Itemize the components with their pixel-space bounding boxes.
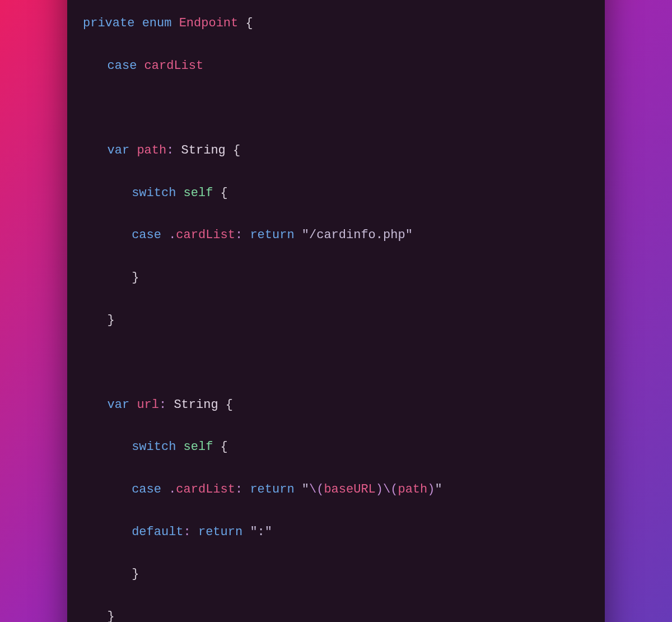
code-content: static let baseURL = "https://db.ygoprod… <box>67 0 605 622</box>
code-line: switch self { <box>83 183 589 204</box>
brace: { <box>226 398 233 412</box>
identifier: path <box>137 143 166 157</box>
enum-case: cardList <box>176 228 235 242</box>
code-line: case .cardList: return "/cardinfo.php" <box>83 225 589 246</box>
code-line: var path: String { <box>83 140 589 161</box>
keyword: switch <box>132 440 176 454</box>
brace: { <box>221 440 228 454</box>
keyword: default <box>132 525 183 539</box>
code-window: static let baseURL = "https://db.ygoprod… <box>67 0 605 622</box>
keyword: enum <box>142 16 172 30</box>
self-keyword: self <box>184 440 213 454</box>
code-line: private enum Endpoint { <box>83 13 589 34</box>
keyword: return <box>198 525 242 539</box>
code-line: } <box>83 606 589 622</box>
brace: } <box>132 567 139 581</box>
keyword: case <box>108 59 137 73</box>
code-line: } <box>83 310 589 331</box>
enum-case: cardList <box>144 59 204 73</box>
brace: { <box>221 186 228 200</box>
colon: : <box>159 398 166 412</box>
string-literal: "\(baseURL)\(path)" <box>302 482 442 496</box>
colon: : <box>235 228 242 242</box>
code-line: case cardList <box>83 55 589 77</box>
type: String <box>181 143 226 157</box>
identifier: url <box>137 398 159 412</box>
brace: } <box>108 313 115 327</box>
string-literal: ":" <box>250 525 272 539</box>
keyword: switch <box>132 186 176 200</box>
keyword: return <box>250 482 294 496</box>
enum-case: cardList <box>176 482 235 496</box>
keyword: case <box>132 482 161 496</box>
keyword: var <box>108 398 130 412</box>
string-literal: "/cardinfo.php" <box>302 228 413 242</box>
keyword: private <box>83 16 134 30</box>
brace: } <box>108 610 115 622</box>
code-line: } <box>83 564 589 585</box>
colon: : <box>184 525 191 539</box>
self-keyword: self <box>184 186 213 200</box>
code-line: } <box>83 267 589 289</box>
keyword: var <box>108 143 130 157</box>
blank-line <box>83 98 589 119</box>
keyword: return <box>250 228 294 242</box>
brace: { <box>233 143 240 157</box>
colon: : <box>166 143 174 157</box>
type-name: Endpoint <box>179 16 239 30</box>
code-line: case .cardList: return "\(baseURL)\(path… <box>83 479 589 500</box>
code-line: switch self { <box>83 437 589 458</box>
keyword: case <box>132 228 161 242</box>
blank-line <box>83 352 589 373</box>
dot-operator: . <box>169 228 176 242</box>
colon: : <box>235 482 242 496</box>
code-line: var url: String { <box>83 394 589 416</box>
dot-operator: . <box>169 482 176 496</box>
type: String <box>174 398 218 412</box>
brace: } <box>132 271 139 285</box>
code-line: default: return ":" <box>83 522 589 543</box>
brace: { <box>245 16 253 30</box>
